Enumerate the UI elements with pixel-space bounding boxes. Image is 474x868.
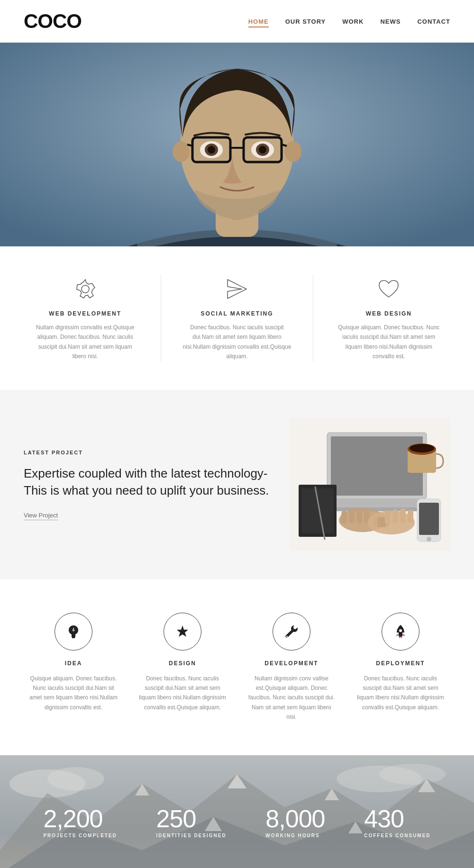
svg-rect-25 xyxy=(301,488,334,533)
stat-projects: 2,200 PROJECTS COMPLETED xyxy=(43,805,117,838)
svg-rect-43 xyxy=(392,509,398,524)
svg-rect-23 xyxy=(322,507,431,511)
nav-item-work[interactable]: WORK xyxy=(342,17,364,26)
svg-point-5 xyxy=(173,141,190,162)
stat-identities: 250 IDENTITIES DESIGNED xyxy=(156,805,227,838)
deployment-circle xyxy=(382,613,419,651)
wrench-icon xyxy=(284,624,299,639)
svg-rect-37 xyxy=(356,507,362,524)
stat-coffees: 430 COFFEES CONSUMED xyxy=(364,805,430,838)
service-social-marketing: SOCIAL MARKETING Donec faucibus. Nunc ia… xyxy=(175,275,298,362)
project-label: LATEST PROJECT xyxy=(24,450,270,455)
service-web-design-title: WEB DESIGN xyxy=(335,310,443,317)
service-web-design: WEB DESIGN Quisque aliquam. Donec faucib… xyxy=(328,275,450,362)
stat-hours: 8,000 WORKING HOURS xyxy=(265,805,325,838)
process-idea-title: IDEA xyxy=(28,660,118,667)
process-idea-desc: Quisque aliquam. Donec faucibus. Nunc ia… xyxy=(28,674,118,713)
stat-hours-label: WORKING HOURS xyxy=(265,833,325,838)
svg-point-33 xyxy=(427,537,431,542)
star-icon xyxy=(175,624,190,639)
process-development-title: DEVELOPMENT xyxy=(246,660,337,667)
process-development: DEVELOPMENT Nullam dignissim conv vallis… xyxy=(242,613,341,722)
process-deployment: DEPLOYMENT Donec faucibus. Nunc iaculis … xyxy=(351,613,450,722)
stat-identities-label: IDENTITIES DESIGNED xyxy=(156,833,227,838)
service-social-marketing-title: SOCIAL MARKETING xyxy=(182,310,291,317)
stat-coffees-label: COFFEES CONSUMED xyxy=(364,833,430,838)
idea-circle xyxy=(55,613,92,651)
svg-point-30 xyxy=(410,444,434,452)
gear-icon xyxy=(71,275,100,303)
project-text: LATEST PROJECT Expertise coupled with th… xyxy=(24,450,270,520)
svg-point-16 xyxy=(208,146,215,154)
svg-rect-36 xyxy=(349,508,355,524)
project-heading: Expertise coupled with the latest techno… xyxy=(24,465,270,499)
stat-projects-label: PROJECTS COMPLETED xyxy=(43,833,117,838)
service-web-development: WEB DEVELOPMENT Nullam dignissim convall… xyxy=(24,275,146,362)
view-project-link[interactable]: View Project xyxy=(24,512,58,520)
nav-item-home[interactable]: HOME xyxy=(248,17,269,26)
stat-identities-number: 250 xyxy=(156,805,227,833)
laptop-illustration xyxy=(289,418,450,551)
svg-point-51 xyxy=(399,629,402,632)
svg-rect-46 xyxy=(385,510,391,524)
process-design-desc: Donec faucibus. Nunc iaculis suscipit du… xyxy=(137,674,228,713)
rocket-icon xyxy=(393,624,408,639)
service-web-development-desc: Nullam dignissim convallis est.Quisque a… xyxy=(31,323,139,362)
stat-hours-number: 8,000 xyxy=(265,805,325,833)
stat-projects-number: 2,200 xyxy=(43,805,117,833)
services-section: WEB DEVELOPMENT Nullam dignissim convall… xyxy=(0,246,474,390)
svg-rect-35 xyxy=(341,511,347,524)
svg-point-50 xyxy=(286,636,288,637)
svg-point-17 xyxy=(259,146,266,154)
navigation: COCO HOME OUR STORY WORK NEWS CONTACT xyxy=(0,0,474,43)
svg-rect-44 xyxy=(400,508,406,524)
nav-item-our-story[interactable]: OUR STORY xyxy=(285,17,326,26)
process-section: IDEA Quisque aliquam. Donec faucibus. Nu… xyxy=(0,579,474,755)
service-divider-1 xyxy=(161,275,161,362)
service-web-design-desc: Quisque aliquam. Donec faucibus. Nunc ia… xyxy=(335,323,443,362)
logo[interactable]: COCO xyxy=(24,10,82,33)
send-icon xyxy=(223,275,251,303)
process-development-desc: Nullam dignissim conv vallise est.Quisqu… xyxy=(246,674,337,722)
bulb-icon xyxy=(66,624,81,639)
stats-content: 2,200 PROJECTS COMPLETED 250 IDENTITIES … xyxy=(0,755,474,868)
svg-point-18 xyxy=(82,285,89,293)
svg-rect-45 xyxy=(408,510,413,523)
stat-coffees-number: 430 xyxy=(364,805,430,833)
service-web-development-title: WEB DEVELOPMENT xyxy=(31,310,139,317)
hero-section xyxy=(0,43,474,246)
process-design-title: DESIGN xyxy=(137,660,228,667)
development-circle xyxy=(273,613,310,651)
stats-section: 2,200 PROJECTS COMPLETED 250 IDENTITIES … xyxy=(0,755,474,868)
process-deployment-title: DEPLOYMENT xyxy=(356,660,446,667)
process-idea: IDEA Quisque aliquam. Donec faucibus. Nu… xyxy=(24,613,123,722)
heart-icon xyxy=(374,275,403,303)
nav-item-contact[interactable]: CONTACT xyxy=(417,17,450,26)
service-social-marketing-desc: Donec faucibus. Nunc iaculis suscipit du… xyxy=(182,323,291,362)
nav-links: HOME OUR STORY WORK NEWS CONTACT xyxy=(248,17,450,26)
latest-project-section: LATEST PROJECT Expertise coupled with th… xyxy=(0,390,474,579)
process-design: DESIGN Donec faucibus. Nunc iaculis susc… xyxy=(133,613,232,722)
hero-image xyxy=(0,43,474,246)
process-deployment-desc: Donec faucibus. Nunc iaculis suscipit du… xyxy=(356,674,446,713)
svg-point-6 xyxy=(284,141,301,162)
nav-item-news[interactable]: NEWS xyxy=(380,17,401,26)
project-image xyxy=(289,418,450,551)
service-divider-2 xyxy=(313,275,313,362)
design-circle xyxy=(164,613,201,651)
svg-rect-32 xyxy=(419,503,439,535)
